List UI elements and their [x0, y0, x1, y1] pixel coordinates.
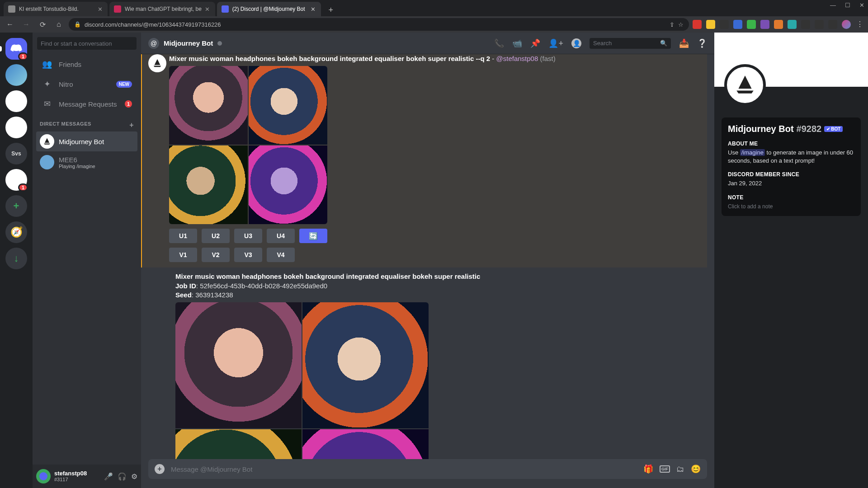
- generated-image[interactable]: [302, 429, 429, 459]
- bookmark-icon[interactable]: ☆: [678, 21, 684, 28]
- close-icon[interactable]: ✕: [310, 6, 316, 12]
- back-icon[interactable]: ←: [4, 18, 16, 31]
- sailboat-icon: [43, 137, 51, 145]
- user-profile-icon[interactable]: 👤: [571, 38, 581, 48]
- v1-button[interactable]: V1: [169, 248, 197, 262]
- extension-icon[interactable]: [706, 20, 715, 29]
- find-conversation-input[interactable]: Find or start a conversation: [37, 37, 137, 50]
- extension-icon[interactable]: [733, 20, 742, 29]
- image-grid-large[interactable]: [175, 302, 429, 459]
- note-input[interactable]: Click to add a note: [728, 203, 854, 210]
- user-mention[interactable]: @stefanstp08: [496, 55, 538, 62]
- close-icon[interactable]: ✕: [97, 6, 103, 12]
- url-bar[interactable]: 🔒 discord.com/channels/@me/1063443749197…: [69, 18, 689, 31]
- v4-button[interactable]: V4: [267, 248, 295, 262]
- add-server-button[interactable]: +: [5, 195, 27, 217]
- voice-call-icon[interactable]: 📞: [494, 38, 504, 48]
- generated-image[interactable]: [169, 145, 248, 224]
- forward-icon[interactable]: →: [20, 18, 33, 31]
- u3-button[interactable]: U3: [234, 229, 262, 243]
- close-window-icon[interactable]: ✕: [859, 2, 864, 9]
- inbox-icon[interactable]: 📥: [679, 38, 689, 48]
- mute-icon[interactable]: 🎤: [104, 472, 113, 481]
- browser-tab[interactable]: KI erstellt Tonstudio-Bild. ✕: [4, 2, 108, 16]
- gif-icon[interactable]: GIF: [660, 465, 670, 473]
- menu-icon[interactable]: ⋮: [855, 20, 864, 29]
- browser-tab[interactable]: Wie man ChatGPT beibringt, be ✕: [109, 2, 215, 16]
- variation-row: V1 V2 V3 V4: [169, 248, 701, 262]
- new-tab-button[interactable]: +: [325, 4, 337, 16]
- extension-icon[interactable]: [801, 20, 810, 29]
- u4-button[interactable]: U4: [267, 229, 295, 243]
- generated-image[interactable]: [249, 145, 327, 224]
- minimize-icon[interactable]: —: [830, 2, 836, 9]
- gift-icon[interactable]: 🎁: [643, 464, 653, 474]
- server-acronym: Svs: [11, 150, 21, 157]
- image-grid[interactable]: [169, 66, 327, 224]
- server-item[interactable]: [5, 90, 27, 112]
- download-apps-button[interactable]: ↓: [5, 248, 27, 269]
- message-list[interactable]: Mixer music woman headphones bokeh backg…: [141, 54, 714, 459]
- user-avatar[interactable]: [36, 469, 51, 483]
- generated-image[interactable]: [302, 302, 429, 428]
- message-avatar[interactable]: [148, 54, 166, 72]
- extension-icon[interactable]: [774, 20, 783, 29]
- u1-button[interactable]: U1: [169, 229, 197, 243]
- search-input[interactable]: Search 🔍: [590, 38, 671, 49]
- reload-icon[interactable]: ⟳: [36, 18, 49, 31]
- help-icon[interactable]: ❔: [697, 38, 707, 48]
- chat-column: @ Midjourney Bot 📞 📹 📌 👤+ 👤 Search 🔍 📥 ❔: [141, 33, 714, 488]
- explore-servers-button[interactable]: 🧭: [5, 221, 27, 243]
- maximize-icon[interactable]: ☐: [845, 2, 850, 9]
- video-call-icon[interactable]: 📹: [512, 38, 522, 48]
- v3-button[interactable]: V3: [234, 248, 262, 262]
- at-icon: @: [148, 38, 159, 49]
- dm-item-midjourney[interactable]: Midjourney Bot: [36, 131, 137, 151]
- v2-button[interactable]: V2: [202, 248, 230, 262]
- extension-icon[interactable]: [760, 20, 769, 29]
- home-server[interactable]: 1: [5, 38, 27, 60]
- settings-icon[interactable]: ⚙: [131, 472, 137, 481]
- tab-title: KI erstellt Tonstudio-Bild.: [19, 6, 94, 12]
- server-item[interactable]: [5, 64, 27, 86]
- sailboat-icon: [152, 58, 162, 68]
- server-item[interactable]: [5, 117, 27, 138]
- extension-icon[interactable]: [720, 20, 729, 29]
- extension-icon[interactable]: [747, 20, 756, 29]
- close-icon[interactable]: ✕: [204, 6, 211, 12]
- home-icon[interactable]: ⌂: [52, 18, 65, 31]
- u2-button[interactable]: U2: [202, 229, 230, 243]
- generated-image[interactable]: [175, 429, 302, 459]
- nitro-link[interactable]: ✦ Nitro NEW: [36, 75, 137, 94]
- message-input[interactable]: + Message @Midjourney Bot 🎁 GIF 🗂 😊: [148, 459, 707, 479]
- generated-image[interactable]: [169, 66, 248, 145]
- browser-tab-active[interactable]: (2) Discord | @Midjourney Bot ✕: [217, 2, 321, 16]
- share-icon[interactable]: ⇪: [670, 21, 675, 28]
- server-item[interactable]: Svs: [5, 143, 27, 164]
- generated-image[interactable]: [175, 302, 302, 428]
- reroll-button[interactable]: 🔄: [299, 229, 327, 243]
- extension-icon[interactable]: [788, 20, 797, 29]
- add-friends-icon[interactable]: 👤+: [548, 38, 563, 48]
- profile-avatar-icon[interactable]: [842, 20, 851, 29]
- sticker-icon[interactable]: 🗂: [676, 465, 684, 474]
- profile-avatar[interactable]: [724, 64, 766, 106]
- friends-link[interactable]: 👥 Friends: [36, 55, 137, 74]
- attach-button[interactable]: +: [155, 464, 165, 474]
- browser-tab-strip: KI erstellt Tonstudio-Bild. ✕ Wie man Ch…: [0, 0, 868, 16]
- puzzle-icon[interactable]: [815, 20, 824, 29]
- dm-item-mee6[interactable]: MEE6 Playing /imagine: [36, 152, 137, 172]
- extension-icon[interactable]: [693, 20, 702, 29]
- sidepanel-icon[interactable]: [828, 20, 837, 29]
- message-requests-link[interactable]: ✉ Message Requests 1: [36, 94, 137, 113]
- create-dm-button[interactable]: +: [129, 121, 134, 129]
- sailboat-icon: [734, 74, 756, 96]
- pinned-icon[interactable]: 📌: [530, 38, 540, 48]
- generated-image[interactable]: [249, 66, 327, 145]
- server-item[interactable]: 1: [5, 169, 27, 191]
- emoji-icon[interactable]: 😊: [691, 464, 701, 474]
- deafen-icon[interactable]: 🎧: [118, 472, 127, 481]
- tab-title: (2) Discord | @Midjourney Bot: [232, 6, 307, 12]
- tab-favicon: [222, 5, 229, 13]
- window-controls: — ☐ ✕: [830, 2, 864, 9]
